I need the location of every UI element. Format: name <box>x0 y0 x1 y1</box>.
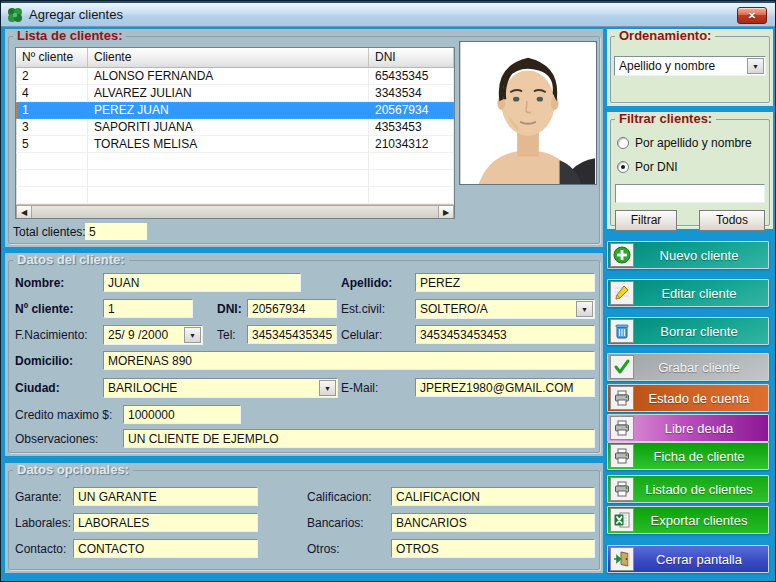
calificacion-field[interactable] <box>391 487 595 506</box>
client-table: Nº cliente Cliente DNI 2 ALONSO FERNANDA… <box>15 47 455 219</box>
plus-icon <box>610 243 634 267</box>
nombre-field[interactable] <box>103 273 301 292</box>
credito-field[interactable] <box>123 405 241 424</box>
domicilio-field[interactable] <box>103 351 595 370</box>
apellido-label: Apellido: <box>341 274 392 292</box>
exit-door-icon <box>610 547 634 571</box>
f-nacimiento-label: F.Nacimiento: <box>15 326 88 344</box>
printer-icon <box>610 386 634 410</box>
client-table-header: Nº cliente Cliente DNI <box>16 48 454 68</box>
client-photo <box>459 41 597 185</box>
contacto-label: Contacto: <box>15 540 66 558</box>
printer-icon <box>610 416 634 440</box>
cerrar-pantalla-button[interactable]: Cerrar pantalla <box>607 545 769 573</box>
client-data-group-title: Datos del cliente: <box>13 253 129 267</box>
client-area: Lista de clientes: Nº cliente Cliente DN… <box>1 27 775 581</box>
listado-de-clientes-button[interactable]: Listado de clientes <box>607 475 769 503</box>
num-cliente-field[interactable] <box>103 299 193 318</box>
observaciones-field[interactable] <box>123 429 595 448</box>
window-title: Agregar clientes <box>29 7 123 22</box>
dni-field[interactable] <box>247 299 337 318</box>
celular-field[interactable] <box>415 325 595 344</box>
editar-cliente-button[interactable]: Editar cliente <box>607 279 769 307</box>
optional-group-title: Datos opcionales: <box>13 463 133 477</box>
dni-label: DNI: <box>217 300 242 318</box>
bancarios-label: Bancarios: <box>307 514 364 532</box>
f-nacimiento-datepicker[interactable]: 25/ 9 /2000 ▼ <box>103 325 203 345</box>
tel-label: Tel: <box>217 326 236 344</box>
optional-data-panel: Datos opcionales: Garante: Calificacion:… <box>5 463 603 573</box>
ficha-de-cliente-button[interactable]: Ficha de cliente <box>607 442 769 470</box>
observaciones-label: Observaciones: <box>15 430 98 448</box>
nuevo-cliente-button[interactable]: Nuevo cliente <box>607 241 769 269</box>
otros-label: Otros: <box>307 540 340 558</box>
est-civil-selected-value: SOLTERO/A <box>416 300 575 318</box>
email-label: E-Mail: <box>341 379 378 397</box>
garante-label: Garante: <box>15 488 62 506</box>
table-row-empty <box>16 187 454 204</box>
column-header-num[interactable]: Nº cliente <box>16 48 88 68</box>
domicilio-label: Domicilio: <box>15 352 73 370</box>
table-row[interactable]: 5 TORALES MELISA 21034312 <box>16 136 454 153</box>
estado-de-cuenta-button[interactable]: Estado de cuenta <box>607 384 769 412</box>
close-icon: ✕ <box>748 10 756 21</box>
table-row[interactable]: 3 SAPORITI JUANA 4353453 <box>16 119 454 136</box>
ciudad-combobox[interactable]: BARILOCHE ▼ <box>103 378 338 398</box>
apellido-field[interactable] <box>415 273 595 292</box>
scroll-left-arrow-icon[interactable]: ◀ <box>16 205 32 219</box>
table-row-selected[interactable]: 1 PEREZ JUAN 20567934 <box>16 102 454 119</box>
scrollbar-thumb[interactable] <box>32 205 438 219</box>
borrar-cliente-button[interactable]: Borrar cliente <box>607 317 769 345</box>
total-clients-field <box>85 223 147 240</box>
est-civil-label: Est.civil: <box>341 300 385 318</box>
client-data-panel: Datos del cliente: Nombre: Apellido: Nº … <box>5 253 603 456</box>
chevron-down-icon[interactable]: ▼ <box>319 380 336 396</box>
table-row-empty <box>16 170 454 187</box>
exportar-clientes-button[interactable]: Exportar clientes <box>607 506 769 534</box>
table-row-empty <box>16 153 454 170</box>
libre-deuda-button[interactable]: Libre deuda <box>607 414 769 442</box>
excel-icon <box>610 508 634 532</box>
chevron-down-icon[interactable]: ▼ <box>576 301 593 317</box>
column-header-name[interactable]: Cliente <box>88 48 369 68</box>
app-clover-icon <box>7 7 23 23</box>
pencil-icon <box>610 281 634 305</box>
num-cliente-label: Nº cliente: <box>15 300 73 318</box>
printer-icon <box>610 444 634 468</box>
garante-field[interactable] <box>73 487 258 506</box>
f-nacimiento-value: 25/ 9 /2000 <box>104 326 183 344</box>
agregar-clientes-window: Agregar clientes ✕ Lista de clientes: Nº… <box>0 0 776 582</box>
tel-field[interactable] <box>247 325 337 344</box>
total-clients-label: Total clientes: <box>13 225 86 239</box>
ciudad-label: Ciudad: <box>15 379 60 397</box>
column-header-dni[interactable]: DNI <box>369 48 454 68</box>
calificacion-label: Calificacion: <box>307 488 372 506</box>
trash-icon <box>610 319 634 343</box>
laborales-label: Laborales: <box>15 514 71 532</box>
nombre-label: Nombre: <box>15 274 64 292</box>
horizontal-scrollbar: ◀ ▶ <box>16 204 454 219</box>
printer-icon <box>610 477 634 501</box>
client-list-panel: Lista de clientes: Nº cliente Cliente DN… <box>5 29 603 247</box>
close-button[interactable]: ✕ <box>737 7 767 24</box>
ciudad-selected-value: BARILOCHE <box>104 379 318 397</box>
chevron-down-icon[interactable]: ▼ <box>184 327 201 343</box>
client-list-group-title: Lista de clientes: <box>13 29 126 43</box>
est-civil-combobox[interactable]: SOLTERO/A ▼ <box>415 299 595 319</box>
credito-label: Credito maximo $: <box>15 406 112 424</box>
contacto-field[interactable] <box>73 539 258 558</box>
table-row[interactable]: 4 ALVAREZ JULIAN 3343534 <box>16 85 454 102</box>
bancarios-field[interactable] <box>391 513 595 532</box>
portrait-image <box>460 42 596 184</box>
otros-field[interactable] <box>391 539 595 558</box>
celular-label: Celular: <box>341 326 382 344</box>
title-bar: Agregar clientes ✕ <box>1 1 775 27</box>
scroll-right-arrow-icon[interactable]: ▶ <box>438 205 454 219</box>
grabar-cliente-button[interactable]: Grabar cliente <box>607 353 769 381</box>
email-field[interactable] <box>415 378 595 397</box>
check-icon <box>610 355 634 379</box>
filter-group-title: Filtrar clientes: <box>615 112 716 126</box>
laborales-field[interactable] <box>73 513 258 532</box>
table-row[interactable]: 2 ALONSO FERNANDA 65435345 <box>16 68 454 85</box>
ordering-group-title: Ordenamiento: <box>615 29 715 43</box>
